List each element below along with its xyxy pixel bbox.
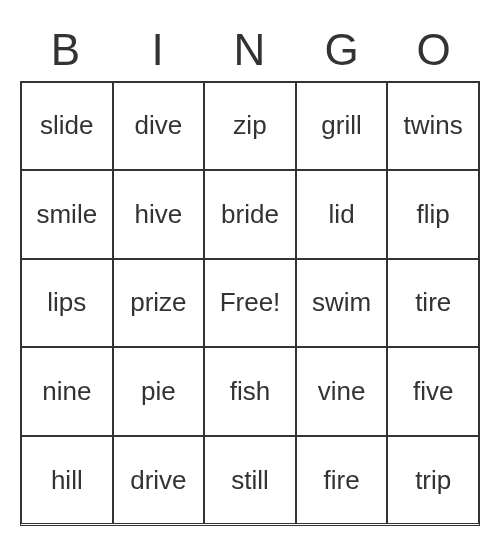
bingo-cell[interactable]: vine [296,347,388,436]
bingo-cell[interactable]: lid [296,170,388,259]
header-n: N [204,25,296,81]
bingo-cell[interactable]: five [387,347,479,436]
bingo-cell[interactable]: hill [21,436,113,525]
bingo-cell[interactable]: drive [113,436,205,525]
bingo-cell[interactable]: fish [204,347,296,436]
bingo-cell[interactable]: trip [387,436,479,525]
bingo-cell[interactable]: hive [113,170,205,259]
bingo-cell[interactable]: still [204,436,296,525]
bingo-grid: slide dive zip grill twins smile hive br… [20,81,480,526]
bingo-cell[interactable]: grill [296,82,388,171]
header-g: G [296,25,388,81]
bingo-cell[interactable]: nine [21,347,113,436]
bingo-cell[interactable]: fire [296,436,388,525]
bingo-cell[interactable]: twins [387,82,479,171]
bingo-cell[interactable]: dive [113,82,205,171]
bingo-cell[interactable]: smile [21,170,113,259]
bingo-card: B I N G O slide dive zip grill twins smi… [20,25,480,526]
bingo-cell[interactable]: zip [204,82,296,171]
bingo-cell[interactable]: bride [204,170,296,259]
bingo-cell[interactable]: flip [387,170,479,259]
bingo-cell[interactable]: slide [21,82,113,171]
bingo-header-row: B I N G O [20,25,480,81]
bingo-cell[interactable]: prize [113,259,205,348]
bingo-cell-free[interactable]: Free! [204,259,296,348]
bingo-cell[interactable]: lips [21,259,113,348]
header-o: O [388,25,480,81]
bingo-cell[interactable]: tire [387,259,479,348]
bingo-cell[interactable]: pie [113,347,205,436]
header-b: B [20,25,112,81]
header-i: I [112,25,204,81]
bingo-cell[interactable]: swim [296,259,388,348]
